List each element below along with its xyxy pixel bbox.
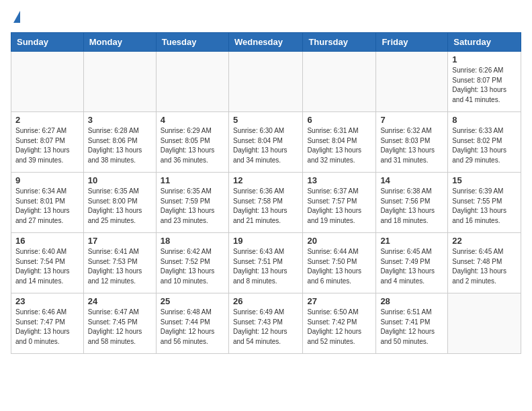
day-number: 28 [380,296,443,306]
day-info: Sunrise: 6:45 AM Sunset: 7:48 PM Dayligh… [452,247,517,286]
calendar-cell [303,52,376,112]
calendar-cell: 8Sunrise: 6:33 AM Sunset: 8:02 PM Daylig… [448,112,521,173]
day-info: Sunrise: 6:38 AM Sunset: 7:56 PM Dayligh… [380,187,443,226]
day-number: 11 [161,175,224,185]
day-number: 13 [307,175,371,185]
calendar-cell [156,52,228,112]
day-info: Sunrise: 6:35 AM Sunset: 8:00 PM Dayligh… [88,187,152,226]
calendar-cell: 17Sunrise: 6:41 AM Sunset: 7:53 PM Dayli… [83,233,156,293]
day-info: Sunrise: 6:31 AM Sunset: 8:04 PM Dayligh… [307,126,371,165]
day-info: Sunrise: 6:36 AM Sunset: 7:58 PM Dayligh… [233,187,298,226]
day-info: Sunrise: 6:49 AM Sunset: 7:43 PM Dayligh… [233,308,298,347]
calendar-cell: 9Sunrise: 6:34 AM Sunset: 8:01 PM Daylig… [11,173,84,233]
weekday-header-friday: Friday [376,33,448,52]
logo [11,11,20,24]
calendar-cell: 13Sunrise: 6:37 AM Sunset: 7:57 PM Dayli… [303,173,376,233]
weekday-header-tuesday: Tuesday [156,33,228,52]
calendar-table: SundayMondayTuesdayWednesdayThursdayFrid… [11,32,521,354]
day-info: Sunrise: 6:33 AM Sunset: 8:02 PM Dayligh… [452,126,517,165]
calendar-cell: 28Sunrise: 6:51 AM Sunset: 7:41 PM Dayli… [376,293,448,354]
weekday-header-wednesday: Wednesday [228,33,302,52]
day-number: 18 [161,236,224,246]
day-info: Sunrise: 6:32 AM Sunset: 8:03 PM Dayligh… [380,126,443,165]
day-number: 21 [380,236,443,246]
day-number: 3 [88,115,152,125]
calendar-cell [11,52,84,112]
calendar-cell: 1Sunrise: 6:26 AM Sunset: 8:07 PM Daylig… [448,52,521,112]
day-info: Sunrise: 6:47 AM Sunset: 7:45 PM Dayligh… [88,308,152,347]
day-number: 14 [380,175,443,185]
calendar-cell: 16Sunrise: 6:40 AM Sunset: 7:54 PM Dayli… [11,233,84,293]
day-number: 27 [307,296,371,306]
day-info: Sunrise: 6:34 AM Sunset: 8:01 PM Dayligh… [15,187,79,226]
day-number: 15 [452,175,517,185]
calendar-cell [376,52,448,112]
day-info: Sunrise: 6:43 AM Sunset: 7:51 PM Dayligh… [233,247,298,286]
calendar-cell [83,52,156,112]
week-row-1: 1Sunrise: 6:26 AM Sunset: 8:07 PM Daylig… [11,52,521,112]
day-number: 10 [88,175,152,185]
weekday-header-monday: Monday [83,33,156,52]
day-number: 23 [15,296,79,306]
day-info: Sunrise: 6:26 AM Sunset: 8:07 PM Dayligh… [452,66,517,105]
weekday-header-thursday: Thursday [303,33,376,52]
day-number: 20 [307,236,371,246]
calendar-cell: 23Sunrise: 6:46 AM Sunset: 7:47 PM Dayli… [11,293,84,354]
day-info: Sunrise: 6:51 AM Sunset: 7:41 PM Dayligh… [380,308,443,347]
calendar-cell: 19Sunrise: 6:43 AM Sunset: 7:51 PM Dayli… [228,233,302,293]
day-info: Sunrise: 6:46 AM Sunset: 7:47 PM Dayligh… [15,308,79,347]
calendar-cell: 11Sunrise: 6:35 AM Sunset: 7:59 PM Dayli… [156,173,228,233]
day-info: Sunrise: 6:28 AM Sunset: 8:06 PM Dayligh… [88,126,152,165]
day-number: 12 [233,175,298,185]
day-info: Sunrise: 6:44 AM Sunset: 7:50 PM Dayligh… [307,247,371,286]
day-number: 22 [452,236,517,246]
calendar-cell: 5Sunrise: 6:30 AM Sunset: 8:04 PM Daylig… [228,112,302,173]
day-number: 24 [88,296,152,306]
day-info: Sunrise: 6:39 AM Sunset: 7:55 PM Dayligh… [452,187,517,226]
day-number: 5 [233,115,298,125]
day-number: 4 [161,115,224,125]
calendar-cell: 14Sunrise: 6:38 AM Sunset: 7:56 PM Dayli… [376,173,448,233]
weekday-header-sunday: Sunday [11,33,84,52]
day-info: Sunrise: 6:45 AM Sunset: 7:49 PM Dayligh… [380,247,443,286]
day-number: 25 [161,296,224,306]
calendar-cell: 20Sunrise: 6:44 AM Sunset: 7:50 PM Dayli… [303,233,376,293]
calendar-cell: 10Sunrise: 6:35 AM Sunset: 8:00 PM Dayli… [83,173,156,233]
day-info: Sunrise: 6:30 AM Sunset: 8:04 PM Dayligh… [233,126,298,165]
day-number: 7 [380,115,443,125]
day-number: 19 [233,236,298,246]
day-info: Sunrise: 6:29 AM Sunset: 8:05 PM Dayligh… [161,126,224,165]
logo-triangle-icon [13,11,20,23]
week-row-5: 23Sunrise: 6:46 AM Sunset: 7:47 PM Dayli… [11,293,521,354]
calendar-cell: 21Sunrise: 6:45 AM Sunset: 7:49 PM Dayli… [376,233,448,293]
calendar-cell: 2Sunrise: 6:27 AM Sunset: 8:07 PM Daylig… [11,112,84,173]
calendar-cell: 26Sunrise: 6:49 AM Sunset: 7:43 PM Dayli… [228,293,302,354]
day-info: Sunrise: 6:27 AM Sunset: 8:07 PM Dayligh… [15,126,79,165]
calendar-cell: 4Sunrise: 6:29 AM Sunset: 8:05 PM Daylig… [156,112,228,173]
day-info: Sunrise: 6:41 AM Sunset: 7:53 PM Dayligh… [88,247,152,286]
week-row-4: 16Sunrise: 6:40 AM Sunset: 7:54 PM Dayli… [11,233,521,293]
calendar-cell: 15Sunrise: 6:39 AM Sunset: 7:55 PM Dayli… [448,173,521,233]
week-row-2: 2Sunrise: 6:27 AM Sunset: 8:07 PM Daylig… [11,112,521,173]
day-info: Sunrise: 6:40 AM Sunset: 7:54 PM Dayligh… [15,247,79,286]
day-number: 8 [452,115,517,125]
day-info: Sunrise: 6:48 AM Sunset: 7:44 PM Dayligh… [161,308,224,347]
page-header [11,11,521,24]
weekday-header-saturday: Saturday [448,33,521,52]
day-number: 9 [15,175,79,185]
day-info: Sunrise: 6:42 AM Sunset: 7:52 PM Dayligh… [161,247,224,286]
calendar-cell: 25Sunrise: 6:48 AM Sunset: 7:44 PM Dayli… [156,293,228,354]
day-info: Sunrise: 6:35 AM Sunset: 7:59 PM Dayligh… [161,187,224,226]
day-number: 1 [452,54,517,64]
day-number: 26 [233,296,298,306]
day-info: Sunrise: 6:37 AM Sunset: 7:57 PM Dayligh… [307,187,371,226]
day-number: 17 [88,236,152,246]
day-number: 6 [307,115,371,125]
day-number: 16 [15,236,79,246]
weekday-header-row: SundayMondayTuesdayWednesdayThursdayFrid… [11,33,521,52]
day-info: Sunrise: 6:50 AM Sunset: 7:42 PM Dayligh… [307,308,371,347]
calendar-cell: 24Sunrise: 6:47 AM Sunset: 7:45 PM Dayli… [83,293,156,354]
calendar-cell: 12Sunrise: 6:36 AM Sunset: 7:58 PM Dayli… [228,173,302,233]
day-number: 2 [15,115,79,125]
calendar-cell: 3Sunrise: 6:28 AM Sunset: 8:06 PM Daylig… [83,112,156,173]
